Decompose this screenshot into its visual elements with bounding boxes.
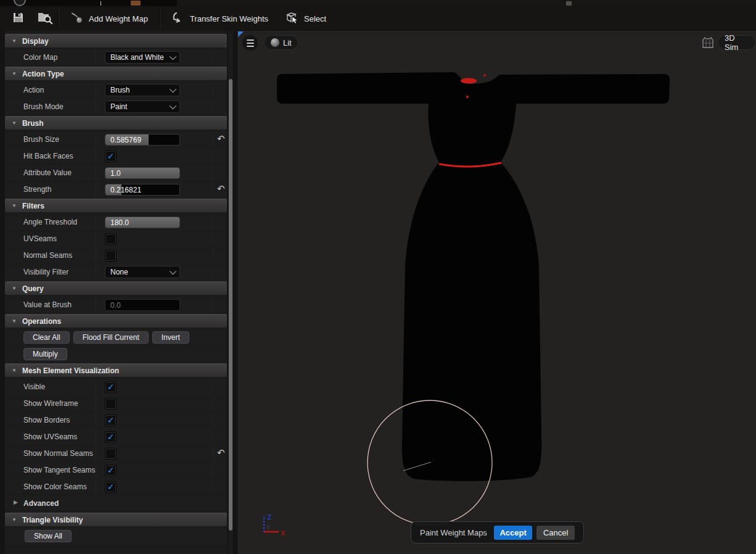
uvseams-checkbox[interactable] bbox=[105, 233, 117, 245]
row-show-normal-seams: Show Normal Seams ↶ bbox=[5, 445, 227, 461]
collapse-arrow-icon: ▼ bbox=[12, 121, 17, 126]
select-button[interactable]: Select bbox=[277, 7, 335, 30]
select-label: Select bbox=[304, 14, 326, 23]
axis-gizmo: Z X Y bbox=[264, 513, 286, 537]
collapse-arrow-icon: ▼ bbox=[12, 39, 17, 44]
strength-slider[interactable]: 0.216821 bbox=[105, 184, 180, 196]
brush-mode-dropdown[interactable]: Paint bbox=[105, 101, 180, 113]
folder-search-icon bbox=[37, 10, 53, 27]
panel-scrollbar bbox=[228, 31, 233, 554]
paint-brush-icon bbox=[70, 11, 84, 27]
section-header-triangle-visibility[interactable]: ▼ Triangle Visibility bbox=[5, 513, 227, 526]
visibility-filter-dropdown[interactable]: None bbox=[105, 266, 180, 278]
row-visible: Visible ✓ bbox=[5, 379, 227, 395]
row-action: Action Brush bbox=[5, 82, 227, 98]
collar-seam-red bbox=[461, 78, 477, 84]
flood-fill-current-button[interactable]: Flood Fill Current bbox=[73, 331, 149, 344]
row-visibility-filter: Visibility Filter None bbox=[5, 264, 227, 280]
viewport-menu-button[interactable] bbox=[242, 35, 258, 51]
browse-button[interactable] bbox=[35, 9, 55, 28]
visible-checkbox[interactable]: ✓ bbox=[105, 381, 117, 393]
accept-button[interactable]: Accept bbox=[494, 526, 533, 540]
angle-threshold-field[interactable]: 180.0 bbox=[105, 217, 180, 228]
viewport-3d[interactable]: Z X Y Lit 3D Sim Paint Weight Maps Accep… bbox=[237, 31, 756, 554]
axis-y-label: Y bbox=[266, 524, 271, 531]
window-tab-strip bbox=[0, 0, 756, 6]
dress-silhouette bbox=[277, 72, 670, 481]
toolbar-divider bbox=[159, 8, 160, 29]
garment-icon[interactable] bbox=[701, 36, 715, 49]
collapse-arrow-icon: ▼ bbox=[12, 72, 17, 76]
axis-z-label: Z bbox=[267, 513, 272, 521]
invert-button[interactable]: Invert bbox=[152, 331, 189, 344]
add-weight-map-button[interactable]: Add Weight Map bbox=[62, 7, 157, 30]
operations-button-row-2: Multiply bbox=[5, 346, 227, 362]
show-borders-checkbox[interactable]: ✓ bbox=[105, 415, 117, 426]
operations-button-row: Clear All Flood Fill Current Invert bbox=[5, 329, 227, 345]
panel-scrollbar-thumb[interactable] bbox=[229, 79, 232, 531]
transfer-skin-weights-label: Transfer Skin Weights bbox=[190, 14, 268, 23]
clear-all-button[interactable]: Clear All bbox=[23, 331, 70, 344]
section-header-query[interactable]: ▼ Query bbox=[5, 281, 227, 295]
reset-icon[interactable]: ↶ bbox=[217, 447, 225, 458]
section-header-action-type[interactable]: ▼ Action Type bbox=[5, 67, 227, 80]
paint-weight-maps-app: { "icons": { "section_expanded": "▼", "s… bbox=[0, 0, 756, 554]
transfer-skin-weights-button[interactable]: Transfer Skin Weights bbox=[163, 7, 277, 30]
attribute-value-slider[interactable]: 1.0 bbox=[105, 167, 180, 179]
normal-seams-checkbox[interactable] bbox=[105, 250, 117, 262]
section-header-filters[interactable]: ▼ Filters bbox=[5, 199, 227, 212]
tab-icon-fragment bbox=[14, 0, 26, 6]
show-normal-seams-checkbox[interactable] bbox=[105, 448, 117, 460]
row-show-uvseams: Show UVSeams ✓ bbox=[5, 429, 227, 445]
collar-seam-dot bbox=[483, 74, 486, 76]
save-button[interactable] bbox=[7, 9, 28, 28]
collapse-arrow-icon: ▼ bbox=[12, 368, 17, 373]
sim-3d-button[interactable]: 3D Sim bbox=[718, 35, 756, 50]
section-header-brush[interactable]: ▼ Brush bbox=[5, 116, 227, 130]
dialog-title: Paint Weight Maps bbox=[420, 528, 487, 537]
multiply-button[interactable]: Multiply bbox=[23, 348, 67, 360]
section-header-mesh-element-visualization[interactable]: ▼ Mesh Element Visualization bbox=[5, 363, 227, 377]
show-wireframe-checkbox[interactable] bbox=[105, 398, 117, 410]
row-strength: Strength 0.216821 ↶ bbox=[5, 181, 227, 197]
chevron-down-icon bbox=[170, 86, 176, 93]
row-show-wireframe: Show Wireframe bbox=[5, 395, 227, 411]
value-at-brush-field: 0.0 bbox=[105, 299, 180, 311]
collapse-arrow-icon: ▼ bbox=[12, 319, 17, 324]
row-hit-back-faces: Hit Back Faces ✓ bbox=[5, 148, 227, 164]
hamburger-icon bbox=[247, 39, 254, 41]
row-show-color-seams: Show Color Seams ✓ bbox=[5, 479, 227, 495]
row-brush-size: Brush Size 0.585769 ↶ bbox=[5, 131, 227, 147]
row-show-borders: Show Borders ✓ bbox=[5, 412, 227, 428]
show-uvseams-checkbox[interactable]: ✓ bbox=[105, 431, 117, 443]
show-all-button[interactable]: Show All bbox=[25, 530, 72, 542]
cancel-button[interactable]: Cancel bbox=[536, 526, 575, 540]
row-attribute-value: Attribute Value 1.0 bbox=[5, 165, 227, 181]
section-header-display[interactable]: ▼ Display bbox=[5, 34, 227, 48]
reset-icon[interactable]: ↶ bbox=[217, 133, 225, 144]
row-uvseams: UVSeams bbox=[5, 231, 227, 247]
row-show-tangent-seams: Show Tangent Seams ✓ bbox=[5, 462, 227, 478]
toolbar-divider bbox=[58, 8, 59, 29]
collapse-arrow-icon: ▼ bbox=[12, 286, 17, 291]
hit-back-faces-checkbox[interactable]: ✓ bbox=[105, 151, 117, 162]
row-normal-seams: Normal Seams bbox=[5, 247, 227, 263]
chevron-down-icon bbox=[170, 268, 176, 275]
row-angle-threshold: Angle Threshold 180.0 bbox=[5, 214, 227, 230]
brush-size-slider[interactable]: 0.585769 bbox=[105, 134, 180, 146]
mode-toolbar: Add Weight Map Transfer Skin Weights Sel… bbox=[0, 6, 756, 31]
transfer-arrow-icon bbox=[171, 11, 185, 27]
show-tangent-seams-checkbox[interactable]: ✓ bbox=[105, 465, 117, 476]
color-map-dropdown[interactable]: Black and White bbox=[105, 51, 180, 64]
section-header-operations[interactable]: ▼ Operations bbox=[5, 314, 227, 328]
action-dropdown[interactable]: Brush bbox=[105, 84, 180, 96]
section-header-advanced[interactable]: ▶ Advanced bbox=[5, 495, 227, 511]
collapse-arrow-icon: ▼ bbox=[12, 518, 17, 523]
row-brush-mode: Brush Mode Paint bbox=[5, 99, 227, 115]
chevron-down-icon bbox=[170, 102, 176, 109]
show-color-seams-checkbox[interactable]: ✓ bbox=[105, 481, 117, 493]
active-tab-fragment bbox=[177, 0, 756, 6]
lit-mode-button[interactable]: Lit bbox=[264, 35, 298, 50]
reset-icon[interactable]: ↶ bbox=[217, 183, 225, 194]
garment-mesh-canvas: Z X Y bbox=[237, 31, 756, 554]
